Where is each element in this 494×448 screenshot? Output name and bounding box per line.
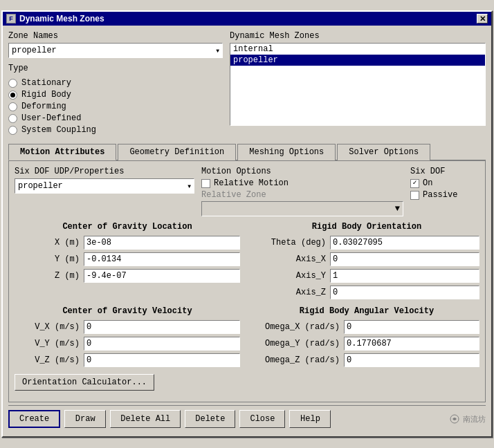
cog-x-label: X (m) [15,238,84,248]
motion-options-section: Motion Options Relative Motion Relative … [201,167,403,216]
axis-x-input[interactable] [330,252,479,266]
vy-label: V_Y (m/s) [15,339,84,348]
axis-y-input[interactable] [330,269,479,283]
rigid-body-orientation-title: Rigid Body Orientation [254,222,479,232]
vx-label: V_X (m/s) [15,322,84,332]
help-button[interactable]: Help [289,410,331,428]
six-dof-on-label: On [423,178,432,188]
tab-motion-attributes[interactable]: Motion Attributes [8,144,116,160]
type-section: Type Stationary Rigid Body Deforming [8,64,223,138]
cog-z-input[interactable] [84,269,240,283]
omega-x-input[interactable] [344,320,479,334]
radio-user-defined[interactable]: User-Defined [8,113,223,123]
cog-velocity-section: Center of Gravity Velocity V_X (m/s) V_Y… [15,306,240,370]
radio-deforming[interactable]: Deforming [8,102,223,111]
six-dof-section: Six DOF On Passive [410,167,479,216]
omega-z-label: Omega_Z (rad/s) [254,355,344,365]
radio-stationary[interactable]: Stationary [8,78,223,88]
right-panel: Dynamic Mesh Zones internal propeller [230,31,486,138]
six-dof-udp-dropdown[interactable]: propeller ▼ [15,178,194,194]
vy-row: V_Y (m/s) [15,337,240,351]
axis-z-row: Axis_Z [254,286,479,299]
main-content: Six DOF UDP/Properties propeller ▼ Motio… [8,160,486,402]
create-button[interactable]: Create [8,410,60,428]
axis-x-row: Axis_X [254,252,479,266]
relative-zone-dropdown[interactable]: ▼ [201,201,403,216]
six-dof-udp-label: Six DOF UDP/Properties [15,167,194,176]
tab-meshing-options[interactable]: Meshing Options [237,144,336,160]
tabs-row: Motion Attributes Geometry Definition Me… [8,143,486,160]
zone-names-arrow-icon: ▼ [216,48,219,54]
vz-input[interactable] [84,353,240,367]
close-button[interactable]: ✕ [477,14,488,24]
cog-location-title: Center of Gravity Location [15,222,240,232]
six-dof-passive-label: Passive [423,190,457,200]
radio-deforming-circle [8,102,17,111]
dynamic-mesh-zones-label: Dynamic Mesh Zones [230,31,486,41]
radio-user-defined-circle [8,114,17,123]
axis-z-input[interactable] [330,286,479,299]
omega-z-input[interactable] [344,353,479,367]
cog-x-input[interactable] [84,236,240,250]
relative-motion-checkbox[interactable] [201,179,210,188]
six-dof-udp-value: propeller [18,181,63,191]
radio-system-coupling[interactable]: System Coupling [8,125,223,135]
six-dof-on-item[interactable]: On [410,178,479,188]
six-dof-passive-checkbox[interactable] [410,191,419,200]
cog-x-row: X (m) [15,236,240,250]
orientation-calculator-container: Orientation Calculator... [15,374,479,396]
omega-z-row: Omega_Z (rad/s) [254,353,479,367]
cog-y-row: Y (m) [15,252,240,266]
cog-z-label: Z (m) [15,271,84,281]
dynamic-mesh-zones-listbox[interactable]: internal propeller [230,43,486,126]
delete-button[interactable]: Delete [185,410,235,428]
axis-y-label: Axis_Y [254,271,330,281]
delete-all-button[interactable]: Delete All [110,410,181,428]
radio-rigid-body[interactable]: Rigid Body [8,90,223,100]
cog-velocity-title: Center of Gravity Velocity [15,306,240,316]
six-dof-on-checkbox[interactable] [410,179,419,188]
orientation-calculator-button[interactable]: Orientation Calculator... [15,374,154,391]
angular-velocity-section: Rigid Body Angular Velocity Omega_X (rad… [254,306,479,370]
left-panel: Zone Names propeller ▼ Type Stationary [8,31,223,138]
relative-motion-item[interactable]: Relative Motion [201,178,403,188]
vx-input[interactable] [84,320,240,334]
watermark-icon [449,413,460,424]
close-button-bottom[interactable]: Close [239,410,285,428]
watermark: 南流坊 [449,410,486,428]
two-sections-row2: Center of Gravity Velocity V_X (m/s) V_Y… [15,306,479,370]
listbox-item-propeller[interactable]: propeller [230,55,485,66]
window-icon: F [6,14,16,24]
theta-input[interactable] [330,236,479,250]
vy-input[interactable] [84,337,240,351]
window-title: Dynamic Mesh Zones [19,14,104,24]
tab-solver-options[interactable]: Solver Options [337,144,430,160]
six-dof-udp-arrow-icon: ▼ [187,183,191,189]
relative-motion-label: Relative Motion [214,178,289,188]
relative-zone-label: Relative Zone [201,190,403,200]
omega-x-row: Omega_X (rad/s) [254,320,479,334]
omega-x-label: Omega_X (rad/s) [254,322,344,332]
cog-y-input[interactable] [84,252,240,266]
motion-options-label: Motion Options [201,167,403,176]
theta-row: Theta (deg) [254,236,479,250]
omega-y-input[interactable] [344,337,479,351]
title-bar: F Dynamic Mesh Zones ✕ [3,12,491,26]
zone-names-label: Zone Names [8,31,223,41]
axis-y-row: Axis_Y [254,269,479,283]
bottom-buttons: Create Draw Delete All Delete Close Help… [8,405,486,431]
zone-names-dropdown[interactable]: propeller ▼ [8,43,223,58]
cog-z-row: Z (m) [15,269,240,283]
tab-geometry-definition[interactable]: Geometry Definition [118,144,236,160]
radio-system-coupling-circle [8,126,17,135]
radio-user-defined-label: User-Defined [21,113,81,123]
radio-rigid-body-label: Rigid Body [21,90,71,100]
axis-z-label: Axis_Z [254,288,330,297]
type-label: Type [8,64,223,73]
six-dof-passive-item[interactable]: Passive [410,190,479,200]
radio-stationary-label: Stationary [21,78,71,88]
draw-button[interactable]: Draw [64,410,106,428]
main-window: F Dynamic Mesh Zones ✕ Zone Names propel… [1,10,493,438]
listbox-item-internal[interactable]: internal [230,44,485,55]
radio-stationary-circle [8,79,17,88]
